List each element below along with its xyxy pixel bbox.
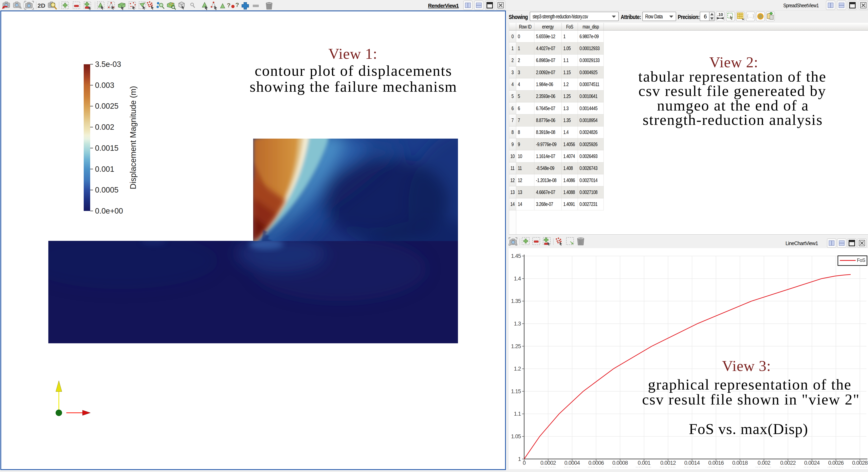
svg-text:1.05: 1.05 <box>511 433 521 439</box>
svg-text:0.001: 0.001 <box>638 460 650 466</box>
svg-text:0.0026: 0.0026 <box>828 460 844 466</box>
svg-text:0: 0 <box>523 460 526 466</box>
svg-text:0.003: 0.003 <box>95 81 114 90</box>
svg-text:0.0028: 0.0028 <box>852 460 868 466</box>
svg-text:.10: .10 <box>717 12 723 17</box>
svg-text:?: ? <box>227 2 230 8</box>
svg-text:2D: 2D <box>38 2 45 9</box>
svg-text:{...}: {...} <box>747 13 754 19</box>
svg-text:FoS: FoS <box>857 258 865 263</box>
svg-text:0.0008: 0.0008 <box>613 460 628 466</box>
svg-text:1.45: 1.45 <box>511 253 521 259</box>
svg-text:3.5e-03: 3.5e-03 <box>95 60 121 68</box>
svg-text:1.15: 1.15 <box>511 389 521 395</box>
svg-text:0.0002: 0.0002 <box>540 460 556 466</box>
svg-text:0.0005: 0.0005 <box>95 186 119 194</box>
svg-text:0.0025: 0.0025 <box>95 102 119 110</box>
svg-text:0.0012: 0.0012 <box>660 460 676 466</box>
svg-text:1.3: 1.3 <box>514 321 521 327</box>
svg-text:0.0004: 0.0004 <box>564 460 580 466</box>
svg-text:0.0015: 0.0015 <box>95 144 119 153</box>
svg-text:0.0014: 0.0014 <box>684 460 700 466</box>
svg-text:0.0e+00: 0.0e+00 <box>95 207 123 215</box>
svg-text:0.001: 0.001 <box>95 165 114 173</box>
svg-text:0.0024: 0.0024 <box>804 460 820 466</box>
svg-text:0.0022: 0.0022 <box>780 460 796 466</box>
svg-text:Displacement Magnitude (m): Displacement Magnitude (m) <box>129 86 137 189</box>
svg-text:1.4: 1.4 <box>514 276 521 282</box>
svg-text:1: 1 <box>518 456 521 462</box>
svg-text:1.2: 1.2 <box>514 366 521 372</box>
svg-text:0.0018: 0.0018 <box>732 460 748 466</box>
svg-text:?: ? <box>235 1 239 8</box>
svg-text:0.0006: 0.0006 <box>588 460 604 466</box>
svg-text:1.25: 1.25 <box>511 343 521 349</box>
svg-text:0.0016: 0.0016 <box>708 460 724 466</box>
svg-text:0.002: 0.002 <box>95 123 114 131</box>
svg-text:1.1: 1.1 <box>514 411 521 417</box>
svg-text:1.35: 1.35 <box>511 298 521 304</box>
svg-text:0.002: 0.002 <box>757 460 770 466</box>
